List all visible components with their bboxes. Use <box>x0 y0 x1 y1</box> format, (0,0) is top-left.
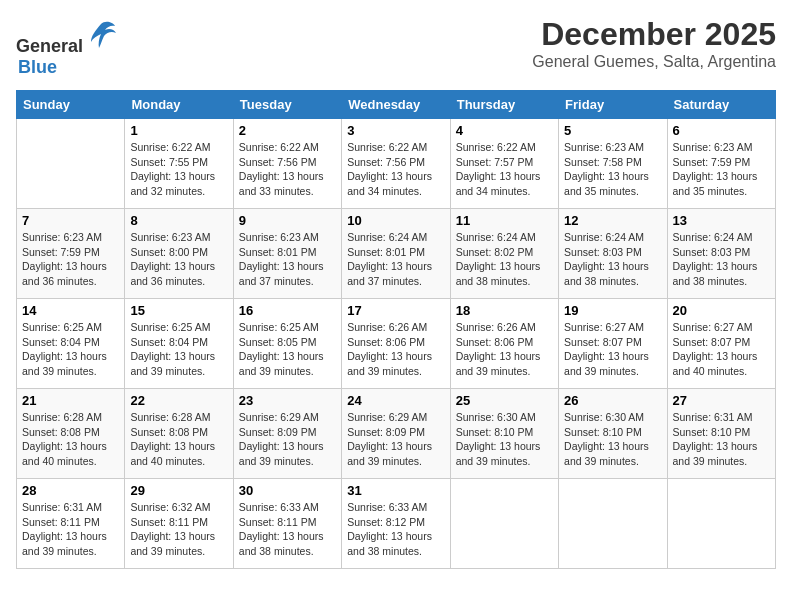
day-info: Sunrise: 6:23 AM Sunset: 8:01 PM Dayligh… <box>239 230 336 289</box>
day-info: Sunrise: 6:22 AM Sunset: 7:55 PM Dayligh… <box>130 140 227 199</box>
day-number: 11 <box>456 213 553 228</box>
calendar-cell <box>559 479 667 569</box>
calendar-cell <box>450 479 558 569</box>
calendar-cell: 26Sunrise: 6:30 AM Sunset: 8:10 PM Dayli… <box>559 389 667 479</box>
day-number: 31 <box>347 483 444 498</box>
calendar-cell: 3Sunrise: 6:22 AM Sunset: 7:56 PM Daylig… <box>342 119 450 209</box>
day-info: Sunrise: 6:22 AM Sunset: 7:57 PM Dayligh… <box>456 140 553 199</box>
calendar-cell: 14Sunrise: 6:25 AM Sunset: 8:04 PM Dayli… <box>17 299 125 389</box>
day-number: 10 <box>347 213 444 228</box>
day-number: 3 <box>347 123 444 138</box>
day-number: 9 <box>239 213 336 228</box>
page-header: General Blue December 2025 General Gueme… <box>16 16 776 78</box>
day-number: 5 <box>564 123 661 138</box>
calendar-cell: 25Sunrise: 6:30 AM Sunset: 8:10 PM Dayli… <box>450 389 558 479</box>
day-number: 2 <box>239 123 336 138</box>
calendar-cell: 22Sunrise: 6:28 AM Sunset: 8:08 PM Dayli… <box>125 389 233 479</box>
calendar-cell: 29Sunrise: 6:32 AM Sunset: 8:11 PM Dayli… <box>125 479 233 569</box>
calendar-cell: 12Sunrise: 6:24 AM Sunset: 8:03 PM Dayli… <box>559 209 667 299</box>
day-number: 18 <box>456 303 553 318</box>
weekday-header-thursday: Thursday <box>450 91 558 119</box>
calendar-cell: 2Sunrise: 6:22 AM Sunset: 7:56 PM Daylig… <box>233 119 341 209</box>
calendar-week-5: 28Sunrise: 6:31 AM Sunset: 8:11 PM Dayli… <box>17 479 776 569</box>
weekday-header-wednesday: Wednesday <box>342 91 450 119</box>
location-title: General Guemes, Salta, Argentina <box>532 53 776 71</box>
day-info: Sunrise: 6:29 AM Sunset: 8:09 PM Dayligh… <box>239 410 336 469</box>
day-number: 30 <box>239 483 336 498</box>
day-info: Sunrise: 6:26 AM Sunset: 8:06 PM Dayligh… <box>456 320 553 379</box>
day-info: Sunrise: 6:25 AM Sunset: 8:05 PM Dayligh… <box>239 320 336 379</box>
day-info: Sunrise: 6:28 AM Sunset: 8:08 PM Dayligh… <box>130 410 227 469</box>
calendar-table: SundayMondayTuesdayWednesdayThursdayFrid… <box>16 90 776 569</box>
weekday-header-friday: Friday <box>559 91 667 119</box>
calendar-week-4: 21Sunrise: 6:28 AM Sunset: 8:08 PM Dayli… <box>17 389 776 479</box>
day-info: Sunrise: 6:23 AM Sunset: 7:59 PM Dayligh… <box>22 230 119 289</box>
day-number: 6 <box>673 123 770 138</box>
day-number: 13 <box>673 213 770 228</box>
day-number: 19 <box>564 303 661 318</box>
day-number: 16 <box>239 303 336 318</box>
title-block: December 2025 General Guemes, Salta, Arg… <box>532 16 776 71</box>
day-info: Sunrise: 6:27 AM Sunset: 8:07 PM Dayligh… <box>564 320 661 379</box>
calendar-cell: 5Sunrise: 6:23 AM Sunset: 7:58 PM Daylig… <box>559 119 667 209</box>
logo: General Blue <box>16 16 119 78</box>
weekday-header-sunday: Sunday <box>17 91 125 119</box>
day-info: Sunrise: 6:33 AM Sunset: 8:12 PM Dayligh… <box>347 500 444 559</box>
day-info: Sunrise: 6:32 AM Sunset: 8:11 PM Dayligh… <box>130 500 227 559</box>
calendar-cell: 30Sunrise: 6:33 AM Sunset: 8:11 PM Dayli… <box>233 479 341 569</box>
calendar-cell: 21Sunrise: 6:28 AM Sunset: 8:08 PM Dayli… <box>17 389 125 479</box>
day-info: Sunrise: 6:31 AM Sunset: 8:11 PM Dayligh… <box>22 500 119 559</box>
day-info: Sunrise: 6:23 AM Sunset: 7:59 PM Dayligh… <box>673 140 770 199</box>
calendar-cell: 1Sunrise: 6:22 AM Sunset: 7:55 PM Daylig… <box>125 119 233 209</box>
calendar-cell: 6Sunrise: 6:23 AM Sunset: 7:59 PM Daylig… <box>667 119 775 209</box>
day-info: Sunrise: 6:26 AM Sunset: 8:06 PM Dayligh… <box>347 320 444 379</box>
day-info: Sunrise: 6:31 AM Sunset: 8:10 PM Dayligh… <box>673 410 770 469</box>
day-number: 12 <box>564 213 661 228</box>
calendar-cell: 7Sunrise: 6:23 AM Sunset: 7:59 PM Daylig… <box>17 209 125 299</box>
calendar-cell: 20Sunrise: 6:27 AM Sunset: 8:07 PM Dayli… <box>667 299 775 389</box>
weekday-header-row: SundayMondayTuesdayWednesdayThursdayFrid… <box>17 91 776 119</box>
day-info: Sunrise: 6:24 AM Sunset: 8:03 PM Dayligh… <box>673 230 770 289</box>
day-number: 14 <box>22 303 119 318</box>
day-number: 4 <box>456 123 553 138</box>
day-number: 20 <box>673 303 770 318</box>
day-number: 15 <box>130 303 227 318</box>
day-number: 25 <box>456 393 553 408</box>
calendar-cell: 18Sunrise: 6:26 AM Sunset: 8:06 PM Dayli… <box>450 299 558 389</box>
weekday-header-tuesday: Tuesday <box>233 91 341 119</box>
day-number: 1 <box>130 123 227 138</box>
day-info: Sunrise: 6:24 AM Sunset: 8:03 PM Dayligh… <box>564 230 661 289</box>
day-info: Sunrise: 6:25 AM Sunset: 8:04 PM Dayligh… <box>22 320 119 379</box>
day-number: 27 <box>673 393 770 408</box>
day-info: Sunrise: 6:30 AM Sunset: 8:10 PM Dayligh… <box>564 410 661 469</box>
calendar-cell: 31Sunrise: 6:33 AM Sunset: 8:12 PM Dayli… <box>342 479 450 569</box>
calendar-cell: 9Sunrise: 6:23 AM Sunset: 8:01 PM Daylig… <box>233 209 341 299</box>
weekday-header-monday: Monday <box>125 91 233 119</box>
day-info: Sunrise: 6:24 AM Sunset: 8:01 PM Dayligh… <box>347 230 444 289</box>
month-title: December 2025 <box>532 16 776 53</box>
day-info: Sunrise: 6:25 AM Sunset: 8:04 PM Dayligh… <box>130 320 227 379</box>
calendar-cell: 11Sunrise: 6:24 AM Sunset: 8:02 PM Dayli… <box>450 209 558 299</box>
day-number: 24 <box>347 393 444 408</box>
calendar-week-2: 7Sunrise: 6:23 AM Sunset: 7:59 PM Daylig… <box>17 209 776 299</box>
logo-general: General <box>16 36 83 56</box>
calendar-cell: 19Sunrise: 6:27 AM Sunset: 8:07 PM Dayli… <box>559 299 667 389</box>
day-info: Sunrise: 6:24 AM Sunset: 8:02 PM Dayligh… <box>456 230 553 289</box>
calendar-cell: 23Sunrise: 6:29 AM Sunset: 8:09 PM Dayli… <box>233 389 341 479</box>
day-number: 26 <box>564 393 661 408</box>
day-number: 7 <box>22 213 119 228</box>
logo-blue: Blue <box>18 57 57 77</box>
day-number: 8 <box>130 213 227 228</box>
day-info: Sunrise: 6:22 AM Sunset: 7:56 PM Dayligh… <box>347 140 444 199</box>
calendar-cell: 10Sunrise: 6:24 AM Sunset: 8:01 PM Dayli… <box>342 209 450 299</box>
calendar-week-3: 14Sunrise: 6:25 AM Sunset: 8:04 PM Dayli… <box>17 299 776 389</box>
day-number: 17 <box>347 303 444 318</box>
day-info: Sunrise: 6:30 AM Sunset: 8:10 PM Dayligh… <box>456 410 553 469</box>
calendar-cell: 24Sunrise: 6:29 AM Sunset: 8:09 PM Dayli… <box>342 389 450 479</box>
day-info: Sunrise: 6:22 AM Sunset: 7:56 PM Dayligh… <box>239 140 336 199</box>
calendar-cell: 4Sunrise: 6:22 AM Sunset: 7:57 PM Daylig… <box>450 119 558 209</box>
calendar-cell: 27Sunrise: 6:31 AM Sunset: 8:10 PM Dayli… <box>667 389 775 479</box>
calendar-cell: 16Sunrise: 6:25 AM Sunset: 8:05 PM Dayli… <box>233 299 341 389</box>
day-number: 23 <box>239 393 336 408</box>
day-info: Sunrise: 6:27 AM Sunset: 8:07 PM Dayligh… <box>673 320 770 379</box>
